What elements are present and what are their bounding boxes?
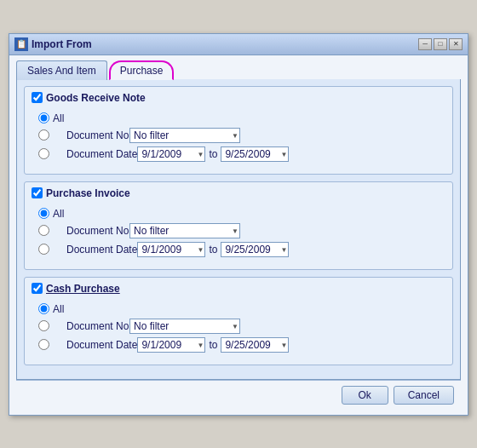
section-purchase-invoice: Purchase Invoice All Document No No filt…	[24, 181, 453, 270]
pi-date-from-wrapper: 9/1/2009	[137, 242, 205, 257]
grn-docno-select[interactable]: No filter	[129, 128, 240, 143]
pi-all-row: All	[38, 208, 439, 220]
pi-date-label: Document Date	[53, 244, 137, 256]
grn-date-from-select[interactable]: 9/1/2009	[137, 146, 205, 162]
pi-docno-wrapper: No filter	[129, 223, 240, 238]
pi-date-radio[interactable]	[38, 244, 49, 255]
cp-to-label: to	[209, 339, 217, 351]
tab-purchase-label: Purchase	[120, 65, 164, 77]
pi-date-to-select[interactable]: 9/25/2009	[221, 242, 289, 257]
section-cash-purchase: Cash Purchase All Document No No filter	[24, 277, 453, 365]
grn-to-label: to	[209, 148, 217, 160]
purchase-invoice-title: Purchase Invoice	[46, 187, 130, 199]
cp-date-radio[interactable]	[38, 339, 49, 350]
grn-date-row: Document Date 9/1/2009 to 9/25/2009	[38, 146, 439, 162]
ok-button[interactable]: Ok	[342, 386, 388, 405]
grn-all-label: All	[53, 112, 129, 124]
cp-all-row: All	[38, 303, 439, 315]
title-controls: ─ □ ✕	[418, 38, 463, 50]
tab-sales-and-item[interactable]: Sales And Item	[16, 60, 107, 80]
cp-date-range: 9/1/2009 to 9/25/2009	[137, 337, 289, 353]
tab-panel-purchase: Goods Receive Note All Document No No fi…	[16, 79, 461, 380]
cp-docno-row: Document No No filter	[38, 319, 439, 334]
pi-docno-radio[interactable]	[38, 225, 49, 236]
grn-date-radio[interactable]	[38, 148, 49, 159]
pi-date-from-select[interactable]: 9/1/2009	[137, 242, 205, 257]
cp-date-row: Document Date 9/1/2009 to 9/25/2009	[38, 337, 439, 353]
title-bar: 📋 Import From ─ □ ✕	[9, 34, 468, 55]
pi-all-label: All	[53, 208, 129, 220]
cash-purchase-header: Cash Purchase	[32, 283, 445, 295]
grn-docno-wrapper: No filter	[129, 128, 240, 143]
goods-receive-note-title: Goods Receive Note	[46, 92, 146, 104]
cp-date-from-select[interactable]: 9/1/2009	[137, 337, 205, 353]
purchase-invoice-header: Purchase Invoice	[32, 187, 445, 199]
grn-all-radio[interactable]	[38, 112, 49, 123]
close-button[interactable]: ✕	[449, 38, 463, 50]
purchase-invoice-body: All Document No No filter Document	[32, 204, 445, 264]
grn-docno-radio[interactable]	[38, 129, 49, 141]
cash-purchase-title: Cash Purchase	[46, 283, 120, 295]
pi-date-row: Document Date 9/1/2009 to 9/25/2009	[38, 242, 439, 257]
window-title: Import From	[32, 38, 92, 50]
maximize-button[interactable]: □	[434, 38, 447, 50]
minimize-button[interactable]: ─	[418, 38, 432, 50]
cash-purchase-body: All Document No No filter Document	[32, 300, 445, 359]
grn-date-to-select[interactable]: 9/25/2009	[221, 146, 289, 162]
pi-to-label: to	[209, 244, 217, 256]
tab-purchase[interactable]: Purchase	[109, 60, 175, 80]
dialog-content: Sales And Item Purchase Goods Receive No…	[9, 55, 468, 415]
pi-date-range: 9/1/2009 to 9/25/2009	[137, 242, 289, 257]
tab-bar: Sales And Item Purchase	[16, 60, 461, 80]
dialog-footer: Ok Cancel	[16, 380, 461, 408]
grn-docno-label: Document No	[53, 129, 129, 141]
cash-purchase-checkbox[interactable]	[32, 283, 43, 294]
pi-date-to-wrapper: 9/25/2009	[221, 242, 289, 257]
purchase-invoice-checkbox[interactable]	[32, 187, 43, 198]
window-icon: 📋	[14, 37, 28, 51]
cp-date-to-select[interactable]: 9/25/2009	[221, 337, 289, 353]
goods-receive-note-header: Goods Receive Note	[32, 92, 445, 104]
tab-sales-and-item-label: Sales And Item	[27, 65, 96, 77]
cp-date-to-wrapper: 9/25/2009	[221, 337, 289, 353]
cp-docno-select[interactable]: No filter	[129, 319, 240, 334]
cp-docno-radio[interactable]	[38, 320, 49, 331]
title-bar-text: 📋 Import From	[14, 37, 92, 51]
grn-date-to-wrapper: 9/25/2009	[221, 146, 289, 162]
cp-docno-wrapper: No filter	[129, 319, 240, 334]
cp-date-from-wrapper: 9/1/2009	[137, 337, 205, 353]
goods-receive-note-body: All Document No No filter Document	[32, 109, 445, 169]
section-goods-receive-note: Goods Receive Note All Document No No fi…	[24, 86, 453, 175]
pi-docno-row: Document No No filter	[38, 223, 439, 238]
grn-date-range: 9/1/2009 to 9/25/2009	[137, 146, 289, 162]
grn-date-label: Document Date	[53, 148, 137, 160]
cancel-button[interactable]: Cancel	[394, 386, 454, 405]
pi-all-radio[interactable]	[38, 208, 49, 219]
grn-all-row: All	[38, 112, 439, 124]
pi-docno-label: Document No	[53, 225, 129, 237]
import-from-window: 📋 Import From ─ □ ✕ Sales And Item Purch…	[9, 33, 468, 416]
cp-docno-label: Document No	[53, 320, 129, 332]
cp-all-radio[interactable]	[38, 303, 49, 314]
cp-date-label: Document Date	[53, 339, 137, 351]
cp-all-label: All	[53, 303, 129, 315]
grn-date-from-wrapper: 9/1/2009	[137, 146, 205, 162]
grn-docno-row: Document No No filter	[38, 128, 439, 143]
pi-docno-select[interactable]: No filter	[129, 223, 240, 238]
goods-receive-note-checkbox[interactable]	[32, 92, 43, 103]
